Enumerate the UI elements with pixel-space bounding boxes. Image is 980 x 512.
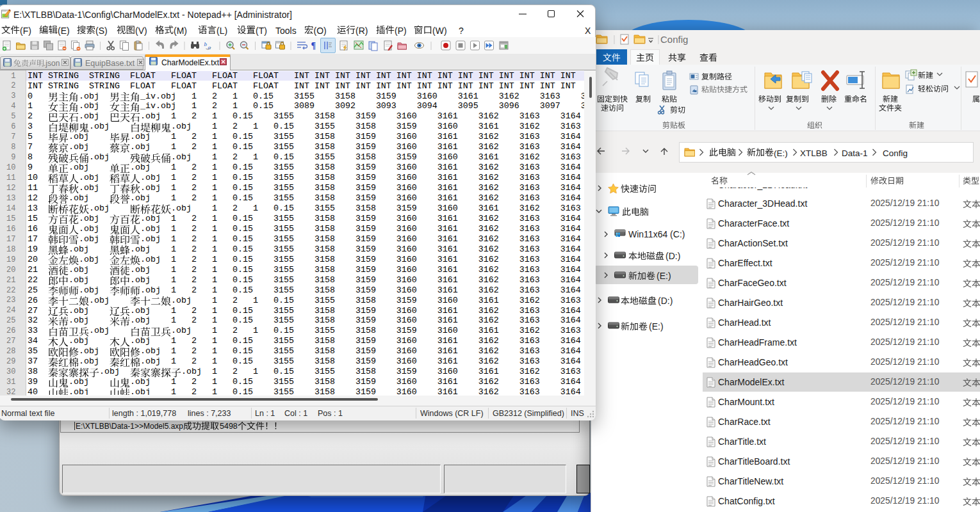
svg-text:b: b bbox=[204, 41, 208, 47]
svg-text:¶: ¶ bbox=[311, 41, 316, 51]
